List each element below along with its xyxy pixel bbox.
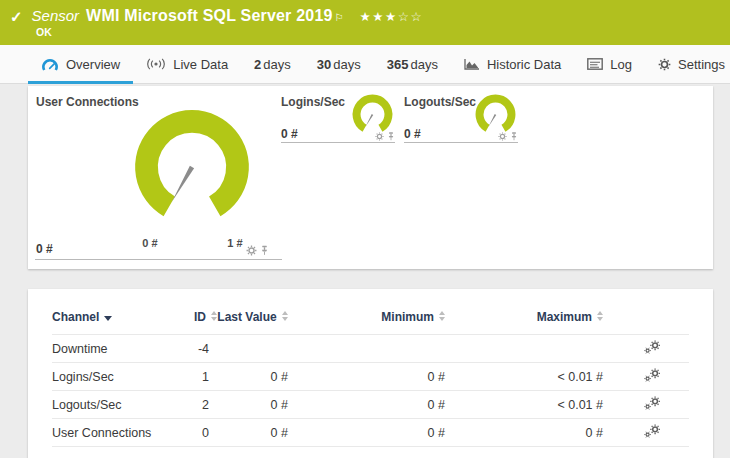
channel-name[interactable]: User Connections [52, 419, 172, 447]
channel-maximum: 0 # [445, 419, 603, 447]
stars-filled: ★★★ [360, 10, 398, 24]
gear-icon[interactable] [246, 245, 257, 256]
edit-channel-gears-icon[interactable] [643, 396, 661, 411]
tab-overview[interactable]: Overview [28, 45, 133, 83]
tab-label: Historic Data [487, 57, 561, 72]
column-header-id[interactable]: ID [172, 307, 217, 335]
channel-id: 2 [172, 391, 217, 419]
gear-icon[interactable] [375, 132, 384, 141]
status-badge: OK [36, 26, 730, 38]
priority-stars[interactable]: ★★★☆☆ [360, 9, 424, 24]
channel-last-value: 0 # [217, 391, 288, 419]
channel-last-value: 0 # [217, 419, 288, 447]
channel-id: -4 [172, 335, 217, 363]
sort-desc-icon [104, 316, 112, 321]
gauge-current-value: 0 # [281, 127, 298, 141]
divider [35, 259, 282, 260]
channel-id: 1 [172, 363, 217, 391]
tab-30-days[interactable]: 30days [304, 45, 374, 83]
channel-last-value [217, 335, 288, 363]
channel-minimum: 0 # [288, 391, 445, 419]
channel-minimum [288, 335, 445, 363]
table-row-logins-sec: Logins/Sec 1 0 # 0 # < 0.01 # [52, 363, 689, 391]
tab-label: Live Data [173, 57, 228, 72]
channel-maximum [445, 335, 603, 363]
tab-live-data[interactable]: Live Data [133, 45, 241, 83]
column-header-last-value[interactable]: Last Value [217, 307, 288, 335]
tab-historic-data[interactable]: Historic Data [451, 45, 574, 83]
tab-label: Overview [66, 57, 120, 72]
edit-channel-gears-icon[interactable] [643, 368, 661, 383]
tab-log[interactable]: Log [574, 45, 645, 83]
channel-name[interactable]: Downtime [52, 335, 172, 363]
sort-icon [211, 311, 217, 315]
pin-icon[interactable] [260, 245, 269, 256]
channel-minimum: 0 # [288, 363, 445, 391]
divider [404, 142, 518, 143]
channel-maximum: < 0.01 # [445, 391, 603, 419]
tab-bar: Overview Live Data 2days 30days 365days … [0, 45, 730, 84]
gauge-title-logouts-sec: Logouts/Sec [404, 95, 476, 109]
column-header-maximum[interactable]: Maximum [445, 307, 603, 335]
column-header-minimum[interactable]: Minimum [288, 307, 445, 335]
gauges-panel: User Connections 0 # 1 # 0 # Logins/Sec … [28, 86, 713, 269]
stars-empty: ☆☆ [398, 10, 423, 24]
gauge-current-value: 0 # [36, 242, 53, 256]
edit-channel-gears-icon[interactable] [643, 424, 661, 439]
gauge-scale-min: 0 # [130, 237, 170, 249]
table-row-user-connections: User Connections 0 0 # 0 # 0 # [52, 419, 689, 447]
table-row-downtime: Downtime -4 [52, 335, 689, 363]
pin-icon[interactable] [387, 132, 395, 141]
sensor-kind-label: Sensor [32, 7, 80, 24]
tab-label: Settings [678, 57, 725, 72]
channel-minimum: 0 # [288, 419, 445, 447]
user-connections-gauge[interactable] [122, 97, 262, 237]
channels-table: Channel ID Last Value Minimum Maximum [52, 307, 689, 447]
sensor-header: ✓ Sensor WMI Microsoft SQL Server 2019 ⚐… [0, 0, 730, 45]
divider [281, 142, 395, 143]
table-row-logouts-sec: Logouts/Sec 2 0 # 0 # < 0.01 # [52, 391, 689, 419]
tab-365-days[interactable]: 365days [374, 45, 451, 83]
log-icon [587, 58, 603, 70]
live-data-icon [146, 58, 166, 70]
tab-settings[interactable]: Settings [645, 45, 730, 83]
gauge-icon [41, 57, 59, 72]
channel-name[interactable]: Logins/Sec [52, 363, 172, 391]
edit-channel-gears-icon[interactable] [643, 340, 661, 355]
gauge-current-value: 0 # [404, 127, 421, 141]
gear-icon[interactable] [498, 132, 507, 141]
tab-2-days[interactable]: 2days [241, 45, 304, 83]
historic-data-icon [464, 58, 480, 70]
priority-flag-icon[interactable]: ⚐ [335, 12, 344, 23]
pin-icon[interactable] [510, 132, 518, 141]
sort-icon [439, 311, 445, 315]
channel-name[interactable]: Logouts/Sec [52, 391, 172, 419]
channels-panel: Channel ID Last Value Minimum Maximum [28, 289, 713, 458]
channel-id: 0 [172, 419, 217, 447]
sort-icon [282, 311, 288, 315]
channel-maximum: < 0.01 # [445, 363, 603, 391]
settings-gear-icon [658, 58, 671, 71]
sensor-title: WMI Microsoft SQL Server 2019 [86, 7, 332, 25]
status-ok-check-icon: ✓ [10, 9, 23, 24]
column-header-channel[interactable]: Channel [52, 307, 172, 335]
gauge-title-logins-sec: Logins/Sec [281, 95, 345, 109]
tab-label: Log [610, 57, 632, 72]
sort-icon [597, 311, 603, 315]
channel-last-value: 0 # [217, 363, 288, 391]
